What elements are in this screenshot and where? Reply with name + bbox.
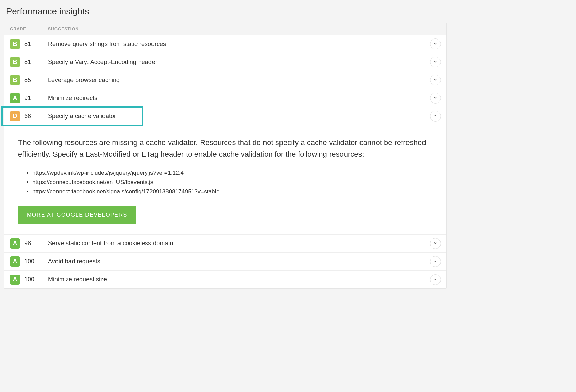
grade-badge: B — [10, 75, 20, 85]
table-row[interactable]: B85Leverage browser caching — [4, 71, 446, 89]
table-row[interactable]: A98Serve static content from a cookieles… — [4, 235, 446, 253]
detail-description: The following resources are missing a ca… — [18, 137, 433, 160]
expand-button[interactable] — [430, 75, 441, 85]
table-header: Grade Suggestion — [4, 23, 446, 35]
chevron-down-icon — [433, 59, 437, 65]
table-row[interactable]: A100Minimize request size — [4, 271, 446, 288]
table-row[interactable]: B81Specify a Vary: Accept-Encoding heade… — [4, 53, 446, 71]
page-title: Performance insights — [6, 6, 447, 17]
chevron-down-icon — [433, 95, 437, 101]
expand-button[interactable] — [430, 274, 441, 285]
grade-badge: A — [10, 93, 20, 103]
suggestion-text: Avoid bad requests — [48, 258, 430, 265]
detail-panel: The following resources are missing a ca… — [4, 125, 446, 235]
table-row[interactable]: D66Specify a cache validator — [4, 107, 446, 125]
grade-score: 98 — [24, 240, 31, 247]
list-item: https://connect.facebook.net/en_US/fbeve… — [32, 177, 433, 187]
grade-badge: A — [10, 256, 20, 267]
grade-badge: A — [10, 238, 20, 249]
grade-cell: A100 — [10, 275, 48, 285]
suggestion-text: Leverage browser caching — [48, 77, 430, 84]
grade-badge: B — [10, 57, 20, 67]
expand-button[interactable] — [430, 38, 441, 49]
grade-cell: B81 — [10, 57, 48, 67]
grade-score: 81 — [24, 59, 31, 66]
suggestion-text: Remove query strings from static resourc… — [48, 41, 430, 48]
chevron-down-icon — [433, 240, 437, 247]
chevron-down-icon — [433, 277, 437, 283]
suggestion-text: Specify a Vary: Accept-Encoding header — [48, 59, 430, 66]
expand-button[interactable] — [430, 256, 441, 267]
table-row[interactable]: A100Avoid bad requests — [4, 253, 446, 271]
list-item: https://wpdev.ink/wp-includes/js/jquery/… — [32, 168, 433, 177]
insights-table: Grade Suggestion B81Remove query strings… — [4, 23, 447, 289]
expand-button[interactable] — [430, 238, 441, 249]
header-suggestion: Suggestion — [48, 27, 441, 31]
grade-score: 85 — [24, 77, 31, 84]
detail-list: https://wpdev.ink/wp-includes/js/jquery/… — [18, 168, 433, 196]
suggestion-text: Specify a cache validator — [48, 113, 430, 120]
grade-cell: A91 — [10, 93, 48, 103]
chevron-down-icon — [433, 77, 437, 83]
expand-button[interactable] — [430, 93, 441, 104]
grade-score: 91 — [24, 95, 31, 102]
grade-badge: B — [10, 39, 20, 49]
list-item: https://connect.facebook.net/signals/con… — [32, 187, 433, 196]
grade-cell: A98 — [10, 238, 48, 249]
suggestion-text: Serve static content from a cookieless d… — [48, 240, 430, 247]
grade-score: 100 — [24, 258, 34, 265]
more-at-google-developers-button[interactable]: MORE AT GOOGLE DEVELOPERS — [18, 206, 136, 224]
grade-cell: B81 — [10, 39, 48, 49]
suggestion-text: Minimize redirects — [48, 95, 430, 102]
grade-cell: A100 — [10, 256, 48, 267]
chevron-down-icon — [433, 41, 437, 47]
chevron-up-icon — [433, 113, 437, 119]
grade-cell: D66 — [10, 111, 48, 121]
chevron-down-icon — [433, 258, 437, 265]
table-row[interactable]: A91Minimize redirects — [4, 89, 446, 107]
header-grade: Grade — [10, 27, 48, 31]
grade-cell: B85 — [10, 75, 48, 85]
expand-button[interactable] — [430, 57, 441, 67]
grade-badge: D — [10, 111, 20, 121]
grade-badge: A — [10, 275, 20, 285]
suggestion-text: Minimize request size — [48, 276, 430, 283]
collapse-button[interactable] — [430, 111, 441, 122]
grade-score: 81 — [24, 41, 31, 48]
grade-score: 66 — [24, 113, 31, 120]
table-row[interactable]: B81Remove query strings from static reso… — [4, 35, 446, 53]
grade-score: 100 — [24, 276, 34, 283]
